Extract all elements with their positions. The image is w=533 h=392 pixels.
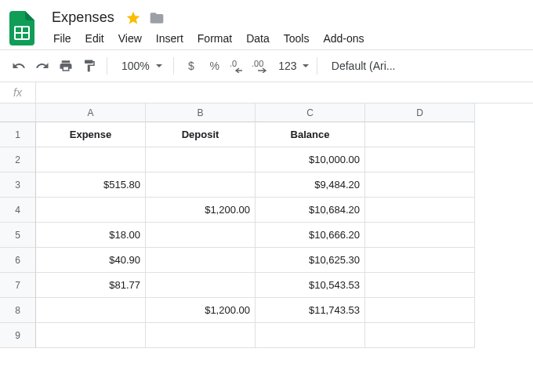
cell-D9[interactable]: [365, 323, 475, 348]
chevron-down-icon: [156, 64, 162, 67]
cell-B1[interactable]: Deposit: [146, 122, 256, 147]
cell-D7[interactable]: [365, 273, 475, 298]
sheets-app-icon[interactable]: [6, 9, 38, 47]
cell-D1[interactable]: [365, 122, 475, 147]
svg-text:.0: .0: [230, 59, 237, 68]
row-header-2[interactable]: 2: [0, 147, 36, 172]
column-header-B[interactable]: B: [146, 103, 256, 122]
row-header-4[interactable]: 4: [0, 198, 36, 223]
fx-label: fx: [0, 82, 36, 103]
row-header-9[interactable]: 9: [0, 323, 36, 348]
select-all-corner[interactable]: [0, 103, 36, 122]
undo-button[interactable]: [8, 55, 30, 77]
formula-bar: fx: [0, 82, 533, 103]
column-header-D[interactable]: D: [365, 103, 475, 122]
cell-D4[interactable]: [365, 198, 475, 223]
cell-A5[interactable]: $18.00: [36, 223, 146, 248]
menu-format[interactable]: Format: [191, 29, 238, 48]
menu-view[interactable]: View: [112, 29, 148, 48]
svg-text:.00: .00: [252, 59, 263, 68]
menu-bar: File Edit View Insert Format Data Tools …: [42, 29, 371, 49]
cell-B5[interactable]: [146, 223, 256, 248]
cell-A1[interactable]: Expense: [36, 122, 146, 147]
print-button[interactable]: [55, 55, 77, 77]
cell-D5[interactable]: [365, 223, 475, 248]
menu-addons[interactable]: Add-ons: [317, 29, 370, 48]
toolbar-separator: [107, 57, 107, 74]
cell-B3[interactable]: [146, 172, 256, 198]
cell-B7[interactable]: [146, 273, 256, 298]
row-header-5[interactable]: 5: [0, 223, 36, 248]
cell-D3[interactable]: [365, 172, 475, 198]
cell-D6[interactable]: [365, 248, 475, 273]
cell-C8[interactable]: $11,743.53: [256, 298, 365, 323]
cell-C5[interactable]: $10,666.20: [256, 223, 365, 248]
cell-C3[interactable]: $9,484.20: [256, 172, 365, 198]
cell-C9[interactable]: [256, 323, 365, 348]
toolbar-separator: [173, 57, 174, 74]
cell-C1[interactable]: Balance: [256, 122, 365, 147]
row-header-8[interactable]: 8: [0, 298, 36, 323]
paint-format-button[interactable]: [78, 55, 100, 77]
cell-A4[interactable]: [36, 198, 146, 223]
cell-C2[interactable]: $10,000.00: [256, 147, 365, 172]
formula-input[interactable]: [36, 82, 533, 103]
chevron-down-icon: [303, 64, 309, 67]
cell-B2[interactable]: [146, 147, 256, 172]
column-header-C[interactable]: C: [256, 103, 365, 122]
redo-button[interactable]: [31, 55, 53, 77]
cell-B9[interactable]: [146, 323, 256, 348]
row-header-7[interactable]: 7: [0, 273, 36, 298]
menu-tools[interactable]: Tools: [277, 29, 316, 48]
font-dropdown[interactable]: Default (Ari...: [324, 60, 404, 72]
row-header-3[interactable]: 3: [0, 172, 36, 198]
folder-icon[interactable]: [149, 10, 165, 26]
toolbar-separator: [317, 57, 317, 74]
star-icon[interactable]: [125, 10, 141, 26]
cell-C4[interactable]: $10,684.20: [256, 198, 365, 223]
cell-A3[interactable]: $515.80: [36, 172, 146, 198]
cell-A8[interactable]: [36, 298, 146, 323]
cell-B8[interactable]: $1,200.00: [146, 298, 256, 323]
spreadsheet-grid: A B C D 1 Expense Deposit Balance 2 $10,…: [0, 103, 533, 348]
more-formats-dropdown[interactable]: 123: [274, 55, 310, 77]
format-percent-button[interactable]: %: [204, 55, 226, 77]
menu-edit[interactable]: Edit: [79, 29, 111, 48]
document-title[interactable]: Expenses: [49, 8, 118, 27]
cell-D2[interactable]: [365, 147, 475, 172]
cell-A6[interactable]: $40.90: [36, 248, 146, 273]
cell-B6[interactable]: [146, 248, 256, 273]
row-header-6[interactable]: 6: [0, 248, 36, 273]
cell-A7[interactable]: $81.77: [36, 273, 146, 298]
cell-D8[interactable]: [365, 298, 475, 323]
zoom-dropdown[interactable]: 100%: [114, 60, 167, 72]
row-header-1[interactable]: 1: [0, 122, 36, 147]
cell-A2[interactable]: [36, 147, 146, 172]
format-currency-button[interactable]: $: [180, 55, 202, 77]
increase-decimal-button[interactable]: .00: [251, 55, 273, 77]
decrease-decimal-button[interactable]: .0: [227, 55, 249, 77]
cell-A9[interactable]: [36, 323, 146, 348]
toolbar: 100% $ % .0 .00 123 Default (Ari...: [0, 49, 533, 82]
cell-B4[interactable]: $1,200.00: [146, 198, 256, 223]
cell-C7[interactable]: $10,543.53: [256, 273, 365, 298]
menu-data[interactable]: Data: [240, 29, 276, 48]
column-header-A[interactable]: A: [36, 103, 146, 122]
menu-file[interactable]: File: [47, 29, 78, 48]
cell-C6[interactable]: $10,625.30: [256, 248, 365, 273]
title-bar: Expenses File Edit View Insert Format Da…: [0, 0, 533, 49]
menu-insert[interactable]: Insert: [150, 29, 190, 48]
